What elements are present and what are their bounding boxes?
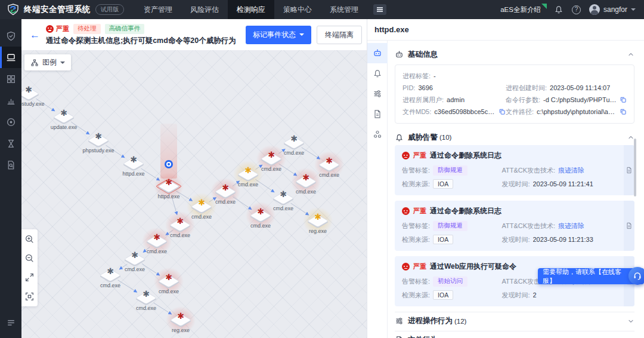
graph-node[interactable]: reg.exe: [307, 212, 329, 230]
alert-detail-button[interactable]: [624, 145, 634, 195]
graph-node[interactable]: cmd.exe: [261, 150, 282, 168]
graph-node[interactable]: phpstudy.exe: [21, 85, 39, 103]
process-info-icon: [395, 50, 404, 59]
panel-scrollbar[interactable]: [634, 139, 636, 196]
attack-technique-link[interactable]: 痕迹清除: [558, 166, 584, 175]
copy-button[interactable]: [620, 108, 627, 115]
graph-node[interactable]: cmd.exe: [191, 198, 212, 216]
field-label: PID:: [402, 84, 415, 91]
rail-basic-info[interactable]: [367, 43, 388, 63]
malware-gear-icon: [169, 216, 191, 226]
cmdline-value: -d C:/phpStudy/PHPTutor...: [543, 96, 617, 103]
zoom-out-icon: [24, 253, 35, 263]
graph-node[interactable]: cmd.exe: [124, 250, 145, 268]
nav-risk-assessment[interactable]: 风险评估: [181, 0, 228, 19]
file-behavior-icon: [395, 336, 404, 338]
alert-card[interactable]: 严重通过命令删除系统日志 告警标签:防御规避 ATT&CK攻击技术:痕迹清除 检…: [395, 145, 634, 195]
graph-node-label: cmd.exe: [136, 305, 156, 311]
malware-gear-icon: [215, 183, 236, 192]
chevron-up-icon: [627, 51, 634, 58]
section-basic-info[interactable]: 基础信息: [395, 47, 634, 62]
malware-gear-icon: [158, 177, 179, 187]
main-nav: 资产管理 风险评估 检测响应 策略中心 系统管理: [135, 0, 367, 19]
section-threat-alerts[interactable]: 威胁告警 (10): [395, 130, 634, 145]
severity-label: 严重: [413, 207, 426, 216]
section-file-behavior[interactable]: 文件行为 (1): [395, 331, 634, 338]
user-menu[interactable]: sangfor: [589, 4, 636, 15]
whats-new-link[interactable]: aES全新介绍: [500, 5, 546, 14]
sidebar-item-modules[interactable]: [0, 68, 21, 90]
legend-button[interactable]: 图例: [24, 54, 71, 70]
copy-button[interactable]: [499, 108, 506, 115]
apps-menu-button[interactable]: [373, 4, 386, 15]
graph-node[interactable]: cmd.exe: [158, 272, 179, 290]
attack-technique-link[interactable]: 痕迹清除: [558, 222, 584, 231]
graph-node[interactable]: cmd.exe: [250, 207, 271, 225]
mark-event-status-button[interactable]: 标记事件状态: [246, 26, 311, 44]
isolate-endpoint-button[interactable]: 终端隔离: [317, 26, 362, 44]
expand-button[interactable]: [24, 272, 35, 282]
graph-node[interactable]: cmd.exe: [135, 289, 157, 307]
help-icon[interactable]: [572, 5, 581, 14]
malware-gear-icon: [123, 155, 144, 164]
graph-node[interactable]: cmd.exe: [146, 232, 168, 250]
rail-process-ops[interactable]: [367, 84, 388, 104]
chevron-down-icon: [627, 318, 634, 325]
alert-card[interactable]: 严重通过命令删除系统日志 告警标签:防御规避 ATT&CK攻击技术:痕迹清除 检…: [395, 201, 634, 251]
graph-node[interactable]: httpd.exe: [123, 155, 144, 173]
graph-node[interactable]: update.exe: [53, 108, 75, 126]
sidebar-collapse-button[interactable]: [0, 312, 21, 333]
process-ops-icon: [395, 317, 404, 325]
detail-panel: httpd.exe 基础信息: [367, 19, 644, 338]
main-area: ← 严重 待处理 高确信事件 通过命令探测主机信息;执行可疑cmd命令等20个威…: [0, 19, 644, 338]
online-support-button[interactable]: [628, 267, 644, 285]
expand-icon: [24, 272, 35, 282]
zoom-in-button[interactable]: [24, 234, 35, 244]
sidebar-item-security-overview[interactable]: [0, 25, 21, 47]
status-badge: 待处理: [73, 24, 101, 34]
graph-node[interactable]: cmd.exe: [100, 266, 121, 284]
graph-node[interactable]: httpd.exe: [158, 177, 179, 195]
graph-node[interactable]: cmd.exe: [273, 189, 294, 207]
notification-bell-icon[interactable]: [554, 5, 564, 14]
graph-node[interactable]: cmd.exe: [295, 173, 317, 190]
panel-content: 基础信息 进程标签:- PID:3696 进程创建时间:2023-05-09 1…: [388, 41, 644, 338]
detect-source-badge: IOA: [433, 179, 453, 189]
graph-node[interactable]: cmd.exe: [237, 165, 259, 183]
sidebar-item-pending-tasks[interactable]: [0, 133, 21, 154]
alert-tag: 防御规避: [433, 165, 467, 176]
malware-gear-icon: [124, 250, 145, 260]
zoom-out-button[interactable]: [24, 253, 35, 263]
graph-node[interactable]: cmd.exe: [169, 216, 191, 234]
fit-view-button[interactable]: [24, 291, 35, 302]
nav-asset-management[interactable]: 资产管理: [135, 0, 181, 19]
back-button[interactable]: ←: [21, 30, 46, 40]
graph-node-label: httpd.exe: [122, 171, 144, 177]
basic-info-box: 进程标签:- PID:3696 进程创建时间:2023-05-09 11:14:…: [395, 64, 634, 124]
copy-button[interactable]: [620, 96, 627, 103]
alert-detail-button[interactable]: [624, 201, 634, 251]
sidebar-item-target[interactable]: [0, 111, 21, 133]
sidebar-item-endpoint-response[interactable]: [0, 47, 21, 68]
nav-detect-response[interactable]: 检测响应: [228, 0, 274, 19]
graph-node[interactable]: cmd.exe: [215, 183, 236, 201]
graph-node[interactable]: cmd.exe: [318, 156, 340, 174]
field-label: ATT&CK攻击技术:: [501, 222, 555, 231]
sidebar-item-reports[interactable]: [0, 90, 21, 111]
malware-gear-icon: [273, 189, 294, 199]
graph-node-label: cmd.exe: [284, 150, 304, 156]
malware-gear-icon: [191, 198, 212, 207]
alert-title: 通过命令删除系统日志: [430, 150, 501, 161]
rail-network[interactable]: [367, 124, 388, 145]
malware-gear-icon: [53, 108, 75, 118]
sidebar-item-file-audit[interactable]: [0, 154, 21, 176]
rail-alerts[interactable]: [367, 63, 388, 84]
rail-file-behavior[interactable]: [367, 104, 388, 124]
nav-system-management[interactable]: 系统管理: [321, 0, 367, 19]
nav-policy-center[interactable]: 策略中心: [274, 0, 321, 19]
graph-node[interactable]: reg.exe: [170, 311, 191, 329]
graph-node[interactable]: cmd.exe: [283, 134, 305, 152]
section-process-ops[interactable]: 进程操作行为 (12): [395, 312, 634, 327]
malware-gear-icon: [318, 156, 340, 165]
graph-node[interactable]: phpstudy.exe: [88, 131, 109, 149]
